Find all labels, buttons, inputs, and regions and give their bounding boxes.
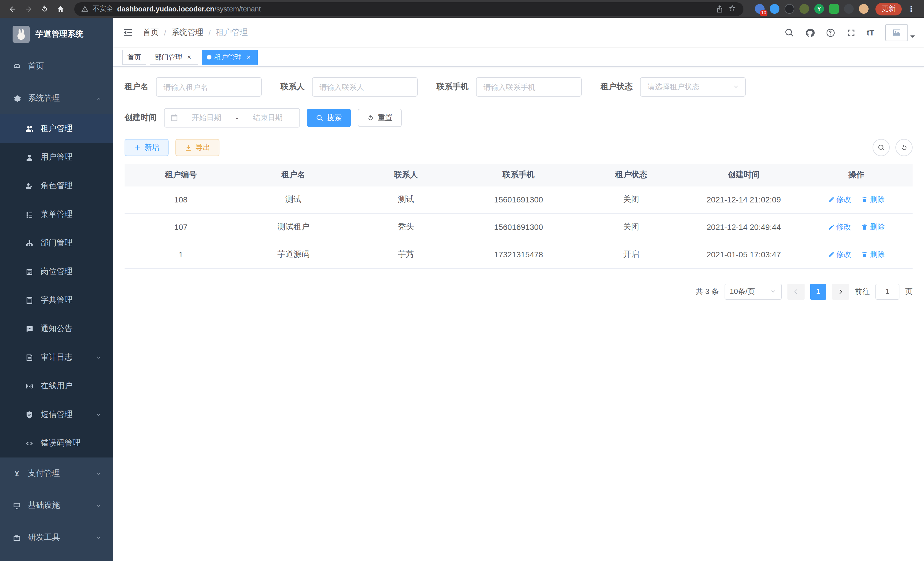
sidebar-item-audit-log[interactable]: 审计日志 xyxy=(0,343,113,372)
search-button[interactable]: 搜索 xyxy=(307,109,351,127)
sidebar-item-online-user[interactable]: 在线用户 xyxy=(0,372,113,400)
tab-close-icon[interactable]: × xyxy=(185,53,193,61)
delete-button[interactable]: 删除 xyxy=(861,194,885,205)
chevron-down-icon xyxy=(95,534,102,541)
browser-menu-icon[interactable]: ⋮ xyxy=(904,5,918,13)
col-status: 租户状态 xyxy=(575,164,687,186)
sidebar-item-menu[interactable]: 菜单管理 xyxy=(0,200,113,229)
tenant-name-input[interactable] xyxy=(156,77,262,97)
cell-actions: 修改 删除 xyxy=(800,186,913,213)
tab-home[interactable]: 首页 xyxy=(122,50,146,65)
font-size-icon[interactable]: tT xyxy=(867,28,874,37)
signal-icon xyxy=(25,382,34,390)
sidebar-item-notice[interactable]: 通知公告 xyxy=(0,314,113,343)
cell-tenant-id: 107 xyxy=(124,213,237,241)
current-page[interactable]: 1 xyxy=(810,283,826,299)
bookmark-star-icon[interactable] xyxy=(728,5,736,13)
browser-back-button[interactable] xyxy=(6,2,20,16)
extension-drop-icon[interactable] xyxy=(770,4,779,14)
help-button[interactable] xyxy=(826,28,836,38)
edit-button[interactable]: 修改 xyxy=(828,249,851,260)
next-page-button[interactable] xyxy=(832,283,849,299)
extension-dark-icon[interactable] xyxy=(784,4,794,14)
active-dot xyxy=(207,55,212,59)
sidebar-item-home[interactable]: 首页 xyxy=(0,50,113,82)
extension-chat-icon[interactable] xyxy=(829,4,839,14)
refresh-table-button[interactable] xyxy=(896,139,913,156)
field-label: 租户名 xyxy=(124,82,148,92)
end-date-placeholder: 结束日期 xyxy=(242,113,294,123)
goto-page-input[interactable] xyxy=(875,283,899,299)
toggle-search-button[interactable] xyxy=(873,139,890,156)
sidebar-item-label: 菜单管理 xyxy=(40,209,102,220)
start-date-placeholder: 开始日期 xyxy=(181,113,232,123)
gear-icon xyxy=(13,94,21,103)
date-range-picker[interactable]: 开始日期 - 结束日期 xyxy=(164,108,300,128)
contact-input[interactable] xyxy=(312,77,418,97)
security-label: 不安全 xyxy=(93,4,113,14)
breadcrumb-current: 租户管理 xyxy=(216,27,248,38)
mobile-input[interactable] xyxy=(476,77,582,97)
sidebar-item-dict[interactable]: 字典管理 xyxy=(0,286,113,314)
main-area: 首页 / 系统管理 / 租户管理 xyxy=(113,18,924,561)
tab-close-icon[interactable]: × xyxy=(244,53,253,61)
sidebar-item-system[interactable]: 系统管理 xyxy=(0,82,113,114)
extension-plug-icon[interactable] xyxy=(844,4,854,14)
sidebar-item-label: 支付管理 xyxy=(28,468,95,479)
browser-update-button[interactable]: 更新 xyxy=(875,3,902,15)
extension-y-icon[interactable]: Y xyxy=(814,4,824,14)
browser-forward-button[interactable] xyxy=(22,2,35,16)
breadcrumb-system[interactable]: 系统管理 xyxy=(171,27,203,38)
org-tree-icon xyxy=(25,239,34,247)
reset-button[interactable]: 重置 xyxy=(358,109,402,127)
extension-avatar-icon[interactable] xyxy=(859,4,868,14)
sidebar-item-user[interactable]: 用户管理 xyxy=(0,143,113,171)
prev-page-button[interactable] xyxy=(788,283,805,299)
github-link-button[interactable] xyxy=(805,28,815,38)
collapse-sidebar-icon[interactable] xyxy=(122,27,134,38)
sidebar-item-role[interactable]: 角色管理 xyxy=(0,171,113,200)
sidebar-item-post[interactable]: 岗位管理 xyxy=(0,257,113,286)
edit-button[interactable]: 修改 xyxy=(828,194,851,205)
extension-grid-icon[interactable]: 10 xyxy=(755,4,765,14)
browser-home-button[interactable] xyxy=(54,2,68,16)
browser-extensions: 10 Y xyxy=(750,4,873,14)
user-menu[interactable] xyxy=(885,24,915,41)
breadcrumb-home[interactable]: 首页 xyxy=(143,27,159,38)
status-select[interactable]: 请选择租户状态 xyxy=(640,77,746,97)
sidebar-item-sms[interactable]: 短信管理 xyxy=(0,400,113,429)
sidebar-item-error-code[interactable]: 错误码管理 xyxy=(0,429,113,457)
col-contact: 联系人 xyxy=(350,164,462,186)
tab-label: 首页 xyxy=(128,52,141,62)
edit-button[interactable]: 修改 xyxy=(828,222,851,232)
sidebar-logo[interactable]: 芋道管理系统 xyxy=(0,18,113,50)
delete-button[interactable]: 删除 xyxy=(861,249,885,260)
tab-tenant[interactable]: 租户管理 × xyxy=(202,50,258,65)
sidebar-item-dept[interactable]: 部门管理 xyxy=(0,229,113,257)
extension-olive-icon[interactable] xyxy=(800,4,809,14)
url-bar[interactable]: 不安全 dashboard.yudao.iocoder.cn/system/te… xyxy=(74,2,743,16)
filter-create-time: 创建时间 开始日期 - 结束日期 xyxy=(124,108,300,128)
sidebar-item-infrastructure[interactable]: 基础设施 xyxy=(0,490,113,522)
export-button[interactable]: 导出 xyxy=(176,139,219,156)
filter-contact: 联系人 xyxy=(280,77,418,97)
add-button[interactable]: 新增 xyxy=(124,139,169,156)
user-icon xyxy=(25,153,34,162)
chevron-down-icon xyxy=(95,502,102,509)
browser-reload-button[interactable] xyxy=(38,2,51,16)
sidebar-item-label: 短信管理 xyxy=(40,409,95,420)
page-size-select[interactable]: 10条/页 xyxy=(724,283,782,299)
cell-actions: 修改 删除 xyxy=(800,241,913,268)
sidebar-item-tenant[interactable]: 租户管理 xyxy=(0,114,113,143)
edit-icon xyxy=(828,251,835,258)
refresh-icon xyxy=(900,144,908,151)
cell-tenant-name: 芋道源码 xyxy=(237,241,350,268)
share-icon[interactable] xyxy=(716,5,724,13)
header-search-button[interactable] xyxy=(784,28,794,38)
fullscreen-button[interactable] xyxy=(846,28,856,38)
tab-dept[interactable]: 部门管理 × xyxy=(150,50,198,65)
delete-button[interactable]: 删除 xyxy=(861,222,885,232)
sidebar-item-dev-tools[interactable]: 研发工具 xyxy=(0,522,113,553)
col-tenant-name: 租户名 xyxy=(237,164,350,186)
sidebar-item-payment[interactable]: ¥ 支付管理 xyxy=(0,457,113,490)
